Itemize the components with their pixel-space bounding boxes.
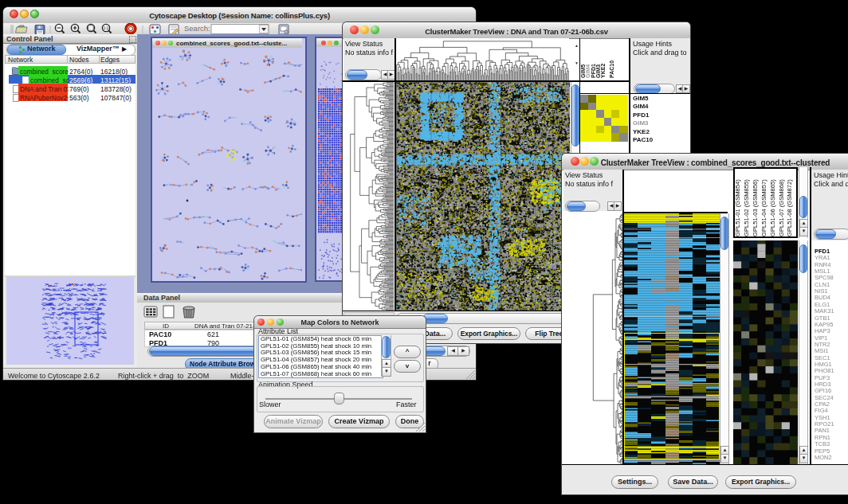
svg-text:Search:: Search: (184, 24, 210, 33)
svg-text:1:1: 1:1 (104, 26, 109, 30)
